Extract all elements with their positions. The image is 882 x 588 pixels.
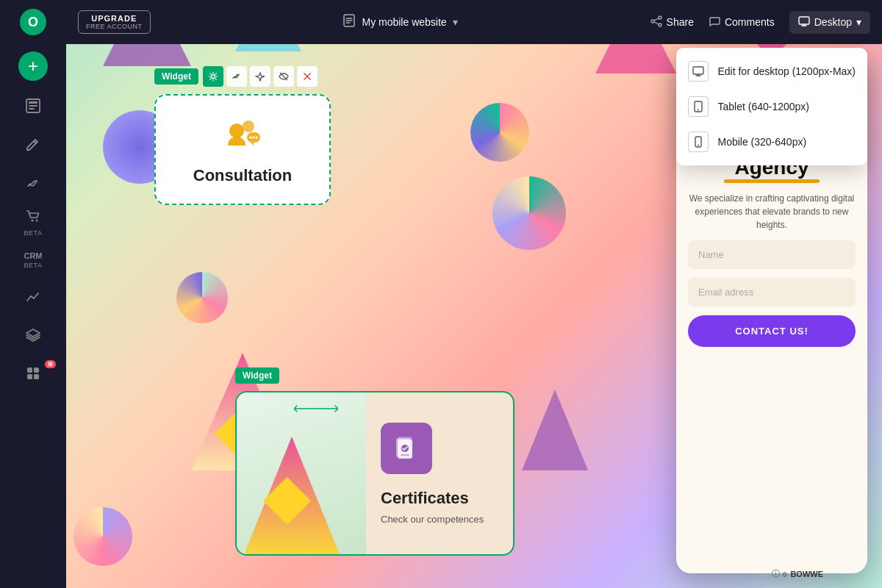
- site-file-icon: [343, 14, 356, 30]
- site-chevron-icon: ▾: [453, 16, 458, 28]
- cert-card-right: Certificates Check our competences: [366, 392, 513, 554]
- share-button[interactable]: Share: [650, 15, 694, 29]
- logo-icon: O: [20, 9, 46, 35]
- preview-email-placeholder: Email adress: [698, 287, 753, 298]
- desktop-label: Desktop: [814, 16, 852, 28]
- sidebar-item-analytics[interactable]: [0, 279, 66, 318]
- svg-point-23: [256, 137, 258, 139]
- svg-point-18: [229, 123, 244, 138]
- svg-rect-1: [29, 101, 37, 104]
- crm-icon: CRM: [24, 251, 42, 260]
- upgrade-button[interactable]: UPGRADE FREE ACCOUNT: [78, 10, 151, 34]
- dropdown-desktop-label: Edit for desktop (1200px-Max): [717, 65, 856, 77]
- svg-rect-30: [693, 67, 703, 74]
- svg-point-32: [698, 110, 699, 111]
- svg-point-4: [30, 184, 32, 186]
- cert-icon: [381, 423, 432, 474]
- free-account-label: FREE ACCOUNT: [86, 23, 143, 30]
- share-icon: [650, 15, 662, 29]
- svg-point-5: [32, 219, 34, 221]
- dimension-arrow: [294, 404, 338, 413]
- svg-rect-2: [29, 105, 37, 107]
- edit-icon: [25, 136, 41, 156]
- dropdown-item-mobile[interactable]: Mobile (320-640px): [676, 124, 867, 159]
- desktop-icon: [798, 15, 810, 29]
- dropdown-item-desktop[interactable]: Edit for desktop (1200px-Max): [676, 54, 867, 89]
- widget1-settings-button[interactable]: [203, 66, 223, 87]
- cert-title: Certificates: [381, 489, 498, 508]
- widget1-pin-button[interactable]: [250, 66, 270, 87]
- cart-beta-label: BETA: [24, 229, 43, 237]
- consultation-icon: [220, 118, 265, 154]
- svg-rect-29: [401, 454, 409, 456]
- svg-rect-3: [29, 108, 35, 110]
- cart-icon: [25, 208, 41, 228]
- svg-rect-9: [27, 374, 32, 379]
- sidebar-item-edit[interactable]: [0, 126, 66, 165]
- desktop-chevron-icon: ▾: [856, 16, 861, 28]
- dropdown-item-tablet[interactable]: Tablet (640-1200px): [676, 89, 867, 124]
- mobile-dropdown-icon: [688, 132, 709, 152]
- comments-label: Comments: [725, 16, 775, 28]
- svg-point-14: [659, 24, 662, 26]
- bowwe-text: BOWWE: [790, 570, 823, 578]
- share-label: Share: [667, 16, 694, 28]
- bowwe-icon: ⓘ: [772, 568, 780, 579]
- svg-point-22: [253, 137, 255, 139]
- preview-name-input[interactable]: Name: [688, 240, 856, 269]
- preview-email-input[interactable]: Email adress: [688, 278, 856, 306]
- widget1-toolbar: [203, 66, 318, 87]
- widget1-hide-button[interactable]: [273, 66, 294, 87]
- preview-name-placeholder: Name: [698, 249, 724, 260]
- svg-rect-7: [27, 368, 32, 373]
- cc-icon: 🄯: [783, 570, 787, 578]
- cert-subtitle: Check our competences: [381, 514, 498, 525]
- layers-icon: [25, 327, 41, 347]
- sidebar: O + BETA CRM BETA: [0, 0, 66, 588]
- apps-badge: ⊞: [45, 360, 56, 368]
- dropdown-tablet-label: Tablet (640-1200px): [717, 101, 809, 112]
- sidebar-item-paint[interactable]: [0, 165, 66, 203]
- sidebar-item-cart[interactable]: BETA: [0, 203, 66, 241]
- comments-button[interactable]: Comments: [709, 15, 775, 29]
- desktop-view-button[interactable]: Desktop ▾: [789, 11, 870, 34]
- sidebar-item-apps[interactable]: ⊞: [0, 356, 66, 394]
- svg-rect-8: [34, 368, 39, 373]
- bowwe-logo: ⓘ 🄯 BOWWE: [772, 568, 823, 579]
- analytics-icon: [25, 289, 41, 309]
- tablet-dropdown-icon: [688, 96, 709, 117]
- svg-rect-10: [34, 374, 39, 379]
- comments-icon: [709, 15, 720, 29]
- upgrade-label: UPGRADE: [86, 14, 143, 23]
- svg-point-21: [250, 137, 252, 139]
- preview-cta-button[interactable]: CONTACT US!: [688, 315, 856, 347]
- sidebar-item-crm[interactable]: CRM BETA: [0, 241, 66, 279]
- svg-point-12: [659, 16, 662, 19]
- widget1-brush-button[interactable]: [226, 66, 247, 87]
- topbar-right: Share Comments Desktop ▾: [650, 11, 870, 34]
- add-element-button[interactable]: +: [18, 51, 48, 81]
- site-title-button[interactable]: My mobile website ▾: [343, 14, 457, 30]
- cert-card-left: [237, 392, 366, 554]
- widget-consultation-container: Widget: [154, 66, 331, 205]
- widget1-delete-button[interactable]: [297, 66, 318, 87]
- certificates-card[interactable]: Certificates Check our competences: [235, 391, 514, 556]
- widget2-label: Widget: [235, 368, 279, 384]
- widget-certificates-container: Widget 48 px: [235, 368, 514, 556]
- preview-tagline: We specialize in crafting captivating di…: [688, 192, 856, 232]
- dropdown-menu: Edit for desktop (1200px-Max) Tablet (64…: [676, 48, 867, 165]
- apps-icon: [25, 365, 41, 385]
- svg-point-6: [36, 219, 38, 221]
- sidebar-item-layers[interactable]: [0, 318, 66, 356]
- svg-point-19: [243, 121, 254, 132]
- svg-point-34: [698, 145, 699, 146]
- consultation-card[interactable]: Consultation: [154, 94, 331, 205]
- widget1-label: Widget: [154, 68, 198, 85]
- svg-rect-15: [799, 17, 809, 24]
- sidebar-item-pages[interactable]: [0, 88, 66, 126]
- preview-underline: [724, 179, 820, 183]
- sidebar-logo: O: [0, 0, 66, 44]
- site-name-label: My mobile website: [362, 16, 446, 28]
- svg-point-13: [651, 20, 654, 23]
- consultation-title: Consultation: [193, 166, 292, 185]
